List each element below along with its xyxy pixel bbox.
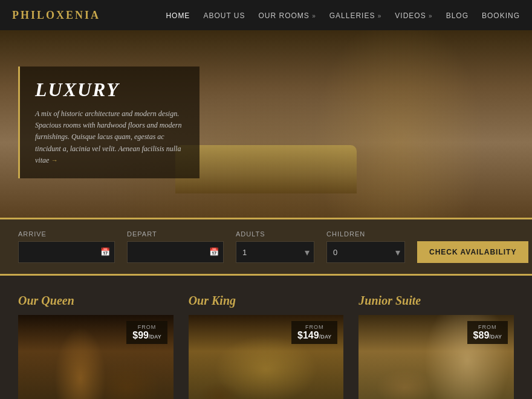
king-price-amount: $149/DAY (297, 330, 331, 341)
hero-read-more-link[interactable]: → (51, 157, 57, 164)
adults-label: Adults (236, 230, 314, 238)
booking-bar: Arrive 📅 Depart 📅 Adults 1 2 3 4 5 Child… (0, 218, 532, 276)
nav-link-blog[interactable]: BLOG (446, 11, 469, 20)
adults-select[interactable]: 1 2 3 4 5 (236, 241, 314, 263)
nav-link-about[interactable]: ABOUT US (203, 11, 245, 20)
adults-field: Adults 1 2 3 4 5 (236, 230, 314, 263)
rooms-section: Our Queen FROM $99/DAY I will begin at t… (0, 276, 532, 399)
junior-image-wrapper[interactable]: FROM $89/DAY (358, 315, 514, 399)
children-label: Children (326, 230, 405, 238)
room-card-junior: Junior Suite FROM $89/DAY I will begin a… (358, 294, 514, 399)
room-card-queen: Our Queen FROM $99/DAY I will begin at t… (18, 294, 174, 399)
arrive-input[interactable] (18, 241, 115, 263)
queen-title: Our Queen (18, 294, 174, 308)
king-price-badge: FROM $149/DAY (291, 321, 337, 344)
adults-select-wrapper: 1 2 3 4 5 (236, 241, 314, 263)
arrive-label: Arrive (18, 230, 115, 238)
children-select-wrapper: 0 1 2 3 4 (326, 241, 405, 263)
nav-item-about[interactable]: ABOUT US (203, 10, 245, 21)
junior-price-badge: FROM $89/DAY (467, 321, 508, 344)
nav-item-home[interactable]: HOME (166, 10, 190, 21)
junior-title: Junior Suite (358, 294, 514, 308)
nav-item-galleries[interactable]: GALLERIES » (329, 10, 382, 21)
nav-item-blog[interactable]: BLOG (446, 10, 469, 21)
queen-price-from: FROM (132, 324, 161, 330)
nav-link-home[interactable]: HOME (166, 11, 190, 20)
nav-links: HOME ABOUT US OUR ROOMS » GALLERIES » VI… (166, 10, 520, 21)
queen-price-badge: FROM $99/DAY (126, 321, 167, 344)
children-select[interactable]: 0 1 2 3 4 (326, 241, 405, 263)
room-card-king: Our King FROM $149/DAY I will begin at t… (189, 294, 344, 399)
depart-label: Depart (127, 230, 224, 238)
king-image-wrapper[interactable]: FROM $149/DAY (189, 315, 344, 399)
children-field: Children 0 1 2 3 4 (326, 230, 405, 263)
nav-link-videos[interactable]: VIDEOS » (395, 11, 432, 20)
check-availability-button[interactable]: CHECK AVAILABILITY (417, 241, 528, 263)
depart-input[interactable] (127, 241, 224, 263)
king-price-per: /DAY (319, 334, 332, 340)
nav-item-booking[interactable]: BOOKING (482, 10, 520, 21)
logo[interactable]: PHILOXENIA (12, 9, 100, 22)
hero-sofa-decoration (175, 145, 357, 193)
queen-price-amount: $99/DAY (132, 330, 161, 341)
navbar: PHILOXENIA HOME ABOUT US OUR ROOMS » GAL… (0, 0, 532, 30)
hero-title: LUXURY (35, 79, 184, 101)
king-price-from: FROM (297, 324, 331, 330)
junior-price-per: /DAY (489, 334, 502, 340)
nav-item-rooms[interactable]: OUR ROOMS » (259, 10, 316, 21)
hero-description: A mix of historic architecture and moder… (35, 108, 184, 166)
nav-link-booking[interactable]: BOOKING (482, 11, 520, 20)
junior-price-from: FROM (473, 324, 502, 330)
nav-link-rooms[interactable]: OUR ROOMS » (259, 11, 316, 20)
depart-input-wrapper: 📅 (127, 241, 224, 263)
rooms-grid: Our Queen FROM $99/DAY I will begin at t… (18, 294, 514, 399)
junior-price-amount: $89/DAY (473, 330, 502, 341)
queen-price-per: /DAY (149, 334, 161, 340)
nav-item-videos[interactable]: VIDEOS » (395, 10, 432, 21)
galleries-dropdown-arrow: » (378, 13, 382, 19)
king-title: Our King (189, 294, 344, 308)
arrive-field: Arrive 📅 (18, 230, 115, 263)
rooms-dropdown-arrow: » (312, 13, 316, 19)
nav-link-galleries[interactable]: GALLERIES » (329, 11, 382, 20)
depart-field: Depart 📅 (127, 230, 224, 263)
arrive-input-wrapper: 📅 (18, 241, 115, 263)
queen-image-wrapper[interactable]: FROM $99/DAY (18, 315, 174, 399)
videos-dropdown-arrow: » (429, 13, 433, 19)
hero-overlay: LUXURY A mix of historic architecture an… (18, 66, 199, 178)
hero-section: LUXURY A mix of historic architecture an… (0, 30, 532, 218)
